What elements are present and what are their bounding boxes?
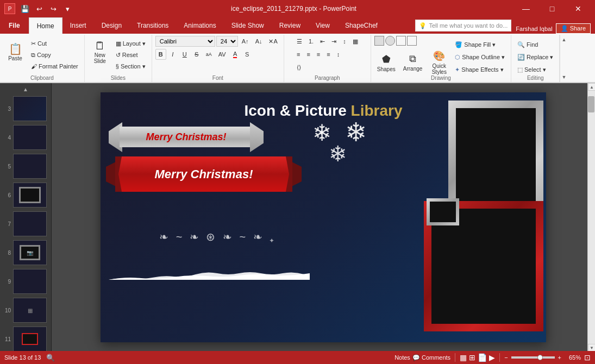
maximize-button[interactable]: □ [540, 0, 565, 17]
slide-panel-scroll-up[interactable]: ▲ [2, 85, 49, 93]
slide-preview-5[interactable] [13, 154, 47, 179]
arrange-button[interactable]: ⧉ Arrange [400, 49, 425, 76]
view-normal-button[interactable]: ▦ [460, 353, 467, 362]
tab-review[interactable]: Review [272, 17, 308, 34]
slide-preview-8[interactable]: 📷 [13, 240, 47, 265]
zoom-out-button[interactable]: − [504, 354, 508, 361]
slide-thumb-9[interactable]: 9 [2, 268, 49, 295]
convert-smartart-button[interactable]: ⟨⟩ [294, 62, 304, 73]
comments-button[interactable]: 💬 Comments [412, 354, 450, 361]
tab-insert[interactable]: Insert [62, 17, 94, 34]
slide-thumb-6[interactable]: 6 [2, 181, 49, 209]
shadow-button[interactable]: S [242, 49, 253, 60]
redo-button[interactable]: ↪ [47, 2, 60, 15]
numbered-list-button[interactable]: 1. [306, 36, 316, 47]
slide-canvas[interactable]: Icon & Picture Library Merry Christmas! [101, 92, 546, 342]
align-center-button[interactable]: ≡ [304, 49, 312, 60]
view-slidesorter-button[interactable]: ⊞ [469, 353, 475, 362]
cut-button[interactable]: ✂ Cut [28, 38, 81, 49]
close-button[interactable]: ✕ [566, 0, 591, 17]
slide-thumb-3[interactable]: 3 [2, 95, 49, 122]
slide-thumb-10[interactable]: 10 ▦ [2, 297, 49, 324]
shape-fill-button[interactable]: 🪣 Shape Fill ▾ [452, 39, 508, 50]
line-spacing-button[interactable]: ↕ [334, 49, 343, 60]
shape-arrow[interactable] [407, 36, 417, 46]
banner-gray[interactable]: Merry Christmas! [109, 122, 264, 152]
strikethrough-button[interactable]: S [191, 49, 202, 60]
bold-button[interactable]: B [155, 49, 166, 60]
tab-view[interactable]: View [308, 17, 337, 34]
scroll-track[interactable] [588, 91, 595, 344]
frame-gray[interactable] [448, 101, 543, 217]
new-slide-button[interactable]: 🗒 New Slide [88, 36, 112, 68]
italic-button[interactable]: I [167, 49, 178, 60]
paste-button[interactable]: 📋 Paste [3, 36, 27, 68]
slide-thumb-11[interactable]: 11 [2, 325, 49, 352]
align-left-button[interactable]: ≡ [294, 49, 303, 60]
slide-thumb-4[interactable]: 4 [2, 124, 49, 151]
layout-button[interactable]: ▦ Layout ▾ [113, 38, 148, 49]
decrease-font-button[interactable]: A↓ [253, 36, 265, 47]
scroll-down-button[interactable]: ▼ [588, 344, 595, 352]
banner-red[interactable]: Merry Christmas! [109, 156, 299, 192]
format-painter-button[interactable]: 🖌 Format Painter [28, 61, 81, 72]
align-right-button[interactable]: ≡ [314, 49, 323, 60]
text-direction-button[interactable]: ↕ [340, 36, 349, 47]
justify-button[interactable]: ≡ [324, 49, 333, 60]
collapse-ribbon-button[interactable]: ▼ [561, 74, 566, 80]
columns-button[interactable]: ▦ [350, 36, 361, 47]
allcaps-button[interactable]: AV [216, 49, 229, 60]
tab-animations[interactable]: Animations [176, 17, 223, 34]
save-button[interactable]: 💾 [18, 2, 32, 15]
share-button[interactable]: 👤 Share [556, 23, 591, 34]
shape-effects-button[interactable]: ✦ Shape Effects ▾ [452, 64, 508, 75]
notes-button[interactable]: Notes [394, 354, 410, 361]
shape-line[interactable] [396, 36, 406, 46]
replace-button[interactable]: 🔄 Replace ▾ [515, 52, 556, 62]
bullet-list-button[interactable]: ☰ [294, 36, 305, 47]
accessibility-icon[interactable]: 🔍 [46, 354, 55, 362]
canvas-scrollbar[interactable]: ▲ ▼ [587, 83, 595, 352]
slide-thumb-8[interactable]: 8 📷 [2, 239, 49, 266]
slide-preview-9[interactable] [13, 269, 47, 294]
shapes-button[interactable]: ⬟ Shapes [374, 49, 398, 76]
smallcaps-button[interactable]: aA [203, 49, 215, 60]
tell-me-box[interactable]: 💡 Tell me what you want to do... [415, 20, 511, 32]
font-color-button[interactable]: A [230, 49, 241, 60]
increase-indent-button[interactable]: ⇥ [329, 36, 339, 47]
zoom-slider[interactable] [511, 356, 555, 359]
quick-styles-button[interactable]: 🎨 Quick Styles [427, 49, 451, 76]
more-button[interactable]: ▾ [61, 2, 74, 15]
slide-panel[interactable]: ▲ 3 4 5 6 7 [0, 83, 52, 352]
view-slideshow-button[interactable]: ▶ [489, 353, 495, 362]
undo-button[interactable]: ↩ [33, 2, 46, 15]
slide-preview-3[interactable] [13, 96, 47, 121]
slide-preview-6[interactable] [13, 183, 47, 208]
increase-font-button[interactable]: A↑ [239, 36, 252, 47]
shape-rect[interactable] [374, 36, 384, 46]
font-name-select[interactable]: Calibri [155, 36, 215, 47]
slide-preview-11[interactable] [13, 327, 47, 352]
zoom-thumb[interactable] [537, 355, 543, 360]
tab-home[interactable]: Home [29, 17, 62, 34]
tab-transitions[interactable]: Transitions [129, 17, 176, 34]
tab-file[interactable]: File [0, 17, 29, 34]
expand-ribbon-button[interactable]: ▲ [561, 37, 566, 42]
shape-oval[interactable] [385, 36, 395, 46]
font-size-select[interactable]: 24 [216, 36, 238, 47]
slide-preview-7[interactable] [13, 211, 47, 236]
slide-preview-4[interactable] [13, 125, 47, 150]
decrease-indent-button[interactable]: ⇤ [317, 36, 328, 47]
scroll-up-button[interactable]: ▲ [588, 83, 595, 91]
shape-outline-button[interactable]: ⬡ Shape Outline ▾ [452, 52, 508, 62]
section-button[interactable]: § Section ▾ [113, 61, 148, 72]
tab-slideshow[interactable]: Slide Show [224, 17, 272, 34]
zoom-level[interactable]: 65% [565, 354, 581, 361]
find-button[interactable]: 🔍 Find [515, 39, 556, 50]
zoom-in-button[interactable]: + [558, 354, 561, 361]
tab-shapechef[interactable]: ShapeChef [337, 17, 385, 34]
underline-button[interactable]: U [179, 49, 190, 60]
slide-thumb-7[interactable]: 7 [2, 210, 49, 237]
fit-slide-button[interactable]: ⊡ [584, 353, 591, 362]
slide-thumb-5[interactable]: 5 [2, 153, 49, 180]
